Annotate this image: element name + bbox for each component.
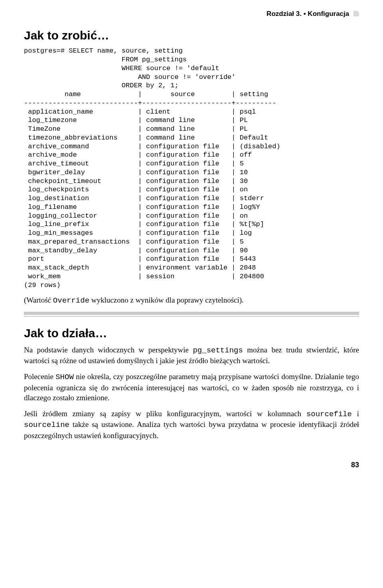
page-number: 83 [24, 460, 359, 470]
override-note-post: wykluczono z wyników dla poprawy czyteln… [89, 296, 244, 304]
override-note-mono: Override [53, 296, 89, 305]
paragraph-1: Na podstawie danych widocznych w perspek… [24, 345, 359, 366]
p3-mono2: sourceline [24, 421, 69, 429]
override-note: (Wartość Override wykluczono z wyników d… [24, 295, 359, 306]
p3-post: także są ustawione. Analiza tych wartośc… [24, 420, 359, 440]
paragraph-3: Jeśli źródłem zmiany są zapisy w pliku k… [24, 409, 359, 441]
chapter-header: Rozdział 3. • Konfiguracja [24, 10, 359, 19]
p3-mid: i [352, 409, 359, 418]
page: Rozdział 3. • Konfiguracja Jak to zrobić… [0, 0, 383, 486]
p2-mono: SHOW [55, 373, 74, 382]
section-title-how-it-works: Jak to działa… [24, 325, 359, 342]
section-title-how-to: Jak to zrobić… [24, 28, 359, 44]
corner-icon [353, 11, 359, 16]
p3-mono1: sourcefile [306, 410, 352, 419]
override-note-pre: (Wartość [24, 296, 53, 304]
sql-output-block: postgres=# SELECT name, source, setting … [24, 47, 359, 289]
p2-post: nie określa, czy poszczególne parametry … [24, 372, 359, 402]
chapter-header-text: Rozdział 3. • Konfiguracja [267, 10, 349, 18]
paragraph-2: Polecenie SHOW nie określa, czy poszczeg… [24, 372, 359, 403]
p2-pre: Polecenie [24, 372, 55, 381]
section-divider [24, 312, 359, 317]
p1-pre: Na podstawie danych widocznych w perspek… [24, 346, 193, 354]
p3-pre: Jeśli źródłem zmiany są zapisy w pliku k… [24, 409, 306, 418]
p1-mono: pg_settings [193, 346, 243, 355]
